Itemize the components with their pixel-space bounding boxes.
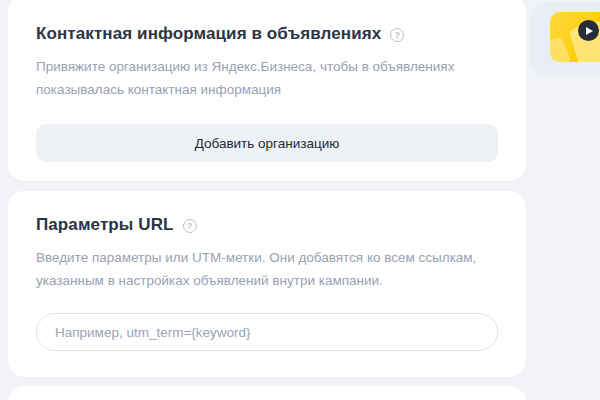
contact-help-icon[interactable]: ?: [390, 28, 404, 42]
url-params-card: Параметры URL ? Введите параметры или UT…: [8, 191, 526, 377]
add-organization-button[interactable]: Добавить организацию: [36, 124, 498, 162]
campaign-settings-page: Контактная информация в объявлениях ? Пр…: [0, 0, 600, 400]
video-promo-container: [530, 2, 600, 76]
url-params-help-icon[interactable]: ?: [183, 219, 197, 233]
url-params-card-description: Введите параметры или UTM-метки. Они доб…: [36, 246, 486, 292]
contact-card-title-row: Контактная информация в объявлениях ?: [36, 24, 498, 44]
contact-info-card: Контактная информация в объявлениях ? Пр…: [8, 0, 526, 181]
thumbnail-card-shape: [550, 36, 571, 62]
contact-card-title: Контактная информация в объявлениях: [36, 24, 381, 44]
contact-card-description: Привяжите организацию из Яндекс.Бизнеса,…: [36, 55, 486, 101]
play-icon: [578, 20, 599, 41]
url-params-input[interactable]: [36, 313, 498, 351]
video-thumbnail[interactable]: [550, 12, 600, 62]
next-section-card: [8, 386, 526, 400]
url-params-card-title: Параметры URL: [36, 215, 174, 235]
play-triangle-icon: [586, 27, 593, 35]
url-params-title-row: Параметры URL ?: [36, 215, 498, 235]
